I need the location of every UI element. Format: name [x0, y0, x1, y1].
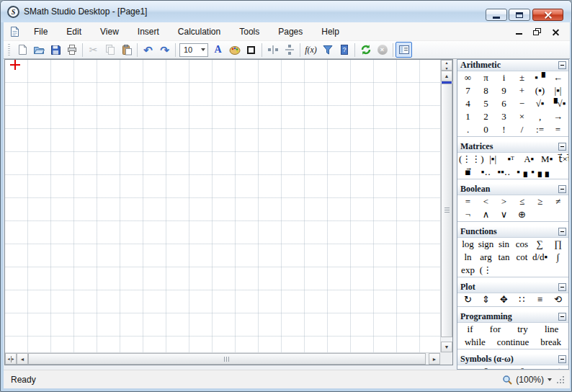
worksheet-canvas[interactable]: [5, 60, 440, 352]
palette-button[interactable]: 3: [495, 111, 513, 122]
palette-button[interactable]: d/d▪: [531, 251, 549, 263]
palette-button[interactable]: if: [459, 324, 481, 335]
collapse-button[interactable]: [558, 283, 566, 291]
font-size-combobox[interactable]: 10: [179, 43, 208, 57]
save-button[interactable]: [47, 42, 63, 58]
palette-button[interactable]: ▪‥: [477, 166, 495, 178]
palette-button[interactable]: |▪|: [484, 153, 502, 165]
menu-item-view[interactable]: View: [91, 24, 128, 40]
mdi-close-icon[interactable]: [552, 28, 560, 36]
close-button[interactable]: [532, 9, 563, 21]
palette-button[interactable]: ✥: [495, 294, 513, 306]
palette-button[interactable]: try: [509, 324, 537, 335]
palette-button[interactable]: for: [481, 324, 509, 335]
palette-button[interactable]: ¬: [459, 209, 477, 220]
vertical-scroll-thumb[interactable]: [441, 84, 452, 337]
horizontal-scrollbar[interactable]: ◂▸ ◄ ►: [5, 352, 440, 365]
scroll-up-button[interactable]: ▲: [441, 71, 452, 81]
scroll-left-button[interactable]: ◄: [17, 353, 28, 365]
palette-button[interactable]: ,: [531, 111, 549, 122]
copy-button[interactable]: [102, 42, 118, 58]
palette-button[interactable]: ⟲: [549, 294, 567, 306]
show-side-panels-button[interactable]: [396, 42, 412, 58]
palette-button[interactable]: ≠: [549, 196, 567, 208]
menu-item-help[interactable]: Help: [312, 24, 349, 40]
palette-button[interactable]: tan: [495, 251, 513, 263]
palette-button[interactable]: ±: [513, 72, 531, 84]
palette-button[interactable]: (⋮⋮): [459, 153, 484, 165]
align-horizontal-button[interactable]: [264, 42, 281, 58]
zoom-dropdown-icon[interactable]: [548, 378, 552, 381]
maximize-button[interactable]: [509, 9, 530, 21]
font-button[interactable]: A: [210, 42, 226, 58]
collapse-button[interactable]: [558, 143, 566, 151]
redo-button[interactable]: ↷: [156, 42, 173, 58]
palette-button[interactable]: 8: [477, 85, 495, 97]
collapse-button[interactable]: [558, 355, 566, 363]
vertical-split-button[interactable]: ▴▾: [441, 60, 452, 71]
cut-button[interactable]: ✂: [85, 42, 102, 58]
palette-button[interactable]: .: [459, 124, 477, 135]
palette-button[interactable]: >: [495, 196, 513, 208]
palette-button[interactable]: arg: [477, 251, 495, 263]
palette-button[interactable]: ⇕: [477, 294, 495, 306]
magnifier-icon[interactable]: [502, 375, 512, 385]
horizontal-split-button[interactable]: ◂▸: [5, 353, 17, 365]
palette-button[interactable]: ↻: [459, 294, 477, 306]
palette-button[interactable]: !: [495, 124, 513, 135]
menu-item-pages[interactable]: Pages: [269, 24, 312, 40]
palette-button[interactable]: ≡: [531, 294, 549, 306]
palette-button[interactable]: (▪): [531, 85, 549, 97]
palette-button[interactable]: ∞: [459, 72, 477, 84]
palette-button[interactable]: log: [459, 239, 477, 250]
palette-button[interactable]: ⊕: [513, 209, 531, 220]
reference-button[interactable]: ?: [336, 42, 352, 58]
palette-button[interactable]: i: [495, 72, 513, 84]
palette-button[interactable]: ▪▪‥: [495, 166, 513, 178]
palette-button[interactable]: −: [513, 98, 531, 110]
palette-button[interactable]: (⋮: [477, 264, 495, 276]
palette-button[interactable]: ∨: [495, 209, 513, 220]
palette-button[interactable]: ←: [549, 72, 567, 84]
palette-button[interactable]: ▪⃗: [459, 166, 477, 178]
palette-button[interactable]: ▪▝: [531, 72, 549, 84]
palette-button[interactable]: ln: [459, 251, 477, 263]
collapse-button[interactable]: [558, 185, 566, 193]
palette-button[interactable]: A▪: [520, 153, 538, 165]
palette-button[interactable]: ▪ᵀ: [502, 153, 520, 165]
filter-button[interactable]: [319, 42, 336, 58]
menu-item-calculation[interactable]: Calculation: [169, 24, 230, 40]
palette-button[interactable]: π: [477, 72, 495, 84]
scroll-down-button[interactable]: ▼: [441, 342, 452, 352]
color-button[interactable]: [226, 42, 243, 58]
palette-button[interactable]: ▪▗: [513, 166, 531, 178]
palette-button[interactable]: t⃗×t⃗: [556, 153, 569, 165]
new-sheet-button[interactable]: [14, 42, 30, 58]
palette-button[interactable]: ≤: [513, 196, 531, 208]
palette-button[interactable]: ▪▗▗: [531, 166, 549, 178]
palette-button[interactable]: ×: [513, 111, 531, 122]
resize-grip[interactable]: [555, 375, 566, 385]
palette-button[interactable]: 4: [459, 98, 477, 110]
recalculate-button[interactable]: [357, 42, 374, 58]
stop-button[interactable]: ×: [374, 42, 390, 58]
palette-button[interactable]: ∫: [549, 251, 567, 263]
minimize-button[interactable]: [486, 9, 507, 21]
palette-button[interactable]: ∑: [531, 239, 549, 250]
palette-button[interactable]: exp: [459, 264, 477, 276]
function-button[interactable]: f(x): [303, 42, 319, 58]
print-button[interactable]: [63, 42, 80, 58]
palette-button[interactable]: /: [513, 124, 531, 135]
palette-button[interactable]: while: [459, 337, 491, 348]
palette-button[interactable]: sin: [495, 239, 513, 250]
palette-button[interactable]: continue: [491, 337, 535, 348]
border-button[interactable]: [243, 42, 259, 58]
palette-button[interactable]: 1: [459, 111, 477, 122]
palette-button[interactable]: cos: [513, 239, 531, 250]
palette-button[interactable]: ∷: [513, 294, 531, 306]
collapse-button[interactable]: [558, 313, 566, 321]
palette-button[interactable]: 5: [477, 98, 495, 110]
palette-button[interactable]: :=: [531, 124, 549, 135]
palette-button[interactable]: sign: [477, 239, 495, 250]
palette-button[interactable]: |▪|: [549, 85, 567, 97]
